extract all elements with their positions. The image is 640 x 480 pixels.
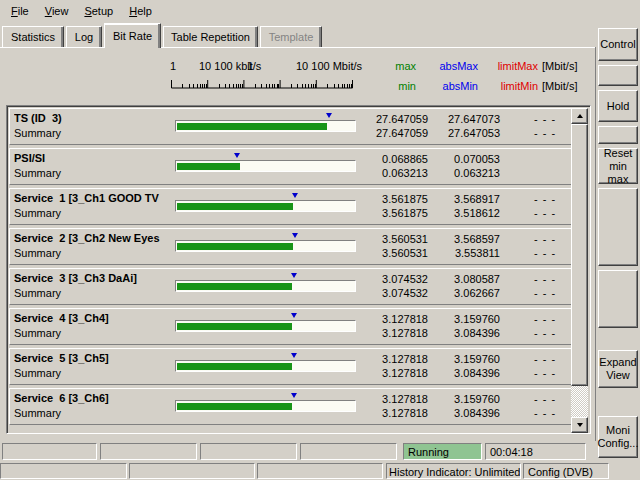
menu-view[interactable]: View <box>37 3 77 20</box>
table-row-ts[interactable]: TS (ID 3) Summary 27.647059 27.647073 - … <box>9 108 573 145</box>
col-header-absmax: absMax <box>410 60 478 73</box>
table-row-service6[interactable]: Service 6 [3_Ch6] Summary 3.127818 3.159… <box>9 388 573 425</box>
panel-right-edge <box>595 47 596 441</box>
value-limitmax: - - - <box>510 273 580 286</box>
hold-button[interactable]: Hold <box>598 90 638 122</box>
menu-setup[interactable]: Setup <box>76 3 121 20</box>
value-absmax: 3.568917 <box>422 193 500 206</box>
blank-button-3 <box>598 188 638 266</box>
value-max: 3.561875 <box>350 193 428 206</box>
row-label: Service 2 [3_Ch2 New Eyes <box>14 232 173 244</box>
value-max: 3.127818 <box>350 393 428 406</box>
max-marker-icon <box>326 113 332 118</box>
elapsed-time: 00:04:18 <box>485 443 586 460</box>
col-header-limitmax: limitMax <box>470 60 538 73</box>
value-min: 3.561875 <box>350 207 428 220</box>
bitrate-bar <box>175 320 356 332</box>
table-row-service3[interactable]: Service 3 [3_Ch3 DaAi] Summary 3.074532 … <box>9 268 573 305</box>
bitrate-bar-fill <box>177 123 327 130</box>
row-sublabel: Summary <box>14 207 61 219</box>
status-cell-empty-2 <box>100 443 197 460</box>
row-label: Service 6 [3_Ch6] <box>14 392 173 404</box>
scroll-up-button[interactable] <box>571 108 588 124</box>
max-marker-icon <box>291 393 297 398</box>
scroll-down-button[interactable] <box>571 417 588 433</box>
bitrate-bar-fill <box>177 163 240 170</box>
value-max: 27.647059 <box>350 113 428 126</box>
scroll-thumb[interactable] <box>571 124 588 386</box>
max-marker-icon <box>234 153 240 158</box>
value-limitmin: - - - <box>510 207 580 220</box>
tab-strip: Statistics Log Bit Rate Table Repetition… <box>0 23 596 48</box>
control-button[interactable]: Control <box>598 28 638 61</box>
arrow-up-icon <box>577 114 583 118</box>
row-sublabel: Summary <box>14 127 61 139</box>
value-absmax: 27.647073 <box>422 113 500 126</box>
tab-bit-rate[interactable]: Bit Rate <box>104 23 161 48</box>
tab-statistics[interactable]: Statistics <box>2 26 64 47</box>
value-limitmin: - - - <box>510 407 580 420</box>
value-min: 3.127818 <box>350 327 428 340</box>
menu-help[interactable]: Help <box>121 3 160 20</box>
value-limitmin: - - - <box>510 247 580 260</box>
value-limitmin: - - - <box>510 127 580 140</box>
value-absmax: 3.159760 <box>422 393 500 406</box>
bitrate-bar <box>175 160 356 172</box>
statusbar-cell-empty-3 <box>257 463 383 479</box>
value-limitmax: - - - <box>510 393 580 406</box>
row-sublabel: Summary <box>14 367 61 379</box>
col-header-min: min <box>340 80 416 93</box>
value-limitmin: - - - <box>510 287 580 300</box>
tab-log[interactable]: Log <box>66 26 102 47</box>
value-absmin: 3.084396 <box>422 367 500 380</box>
moni-config-button[interactable]: Moni Config... <box>598 416 638 458</box>
row-sublabel: Summary <box>14 407 61 419</box>
statusbar-cell-empty-2 <box>129 463 255 479</box>
value-limitmin: - - - <box>510 367 580 380</box>
bitrate-bar <box>175 200 356 212</box>
bitrate-list: TS (ID 3) Summary 27.647059 27.647073 - … <box>6 105 591 434</box>
col-header-unit-max: [Mbit/s] <box>542 60 590 73</box>
tab-table-repetition[interactable]: Table Repetition <box>163 26 258 47</box>
value-absmax: 3.159760 <box>422 313 500 326</box>
max-marker-icon <box>292 193 298 198</box>
value-min: 3.127818 <box>350 367 428 380</box>
bitrate-bar <box>175 360 356 372</box>
row-label: Service 1 [3_Ch1 GOOD TV <box>14 192 173 204</box>
bitrate-rows: TS (ID 3) Summary 27.647059 27.647073 - … <box>9 108 573 428</box>
vertical-scrollbar[interactable] <box>571 108 588 433</box>
bitrate-bar <box>175 280 356 292</box>
value-absmin: 3.084396 <box>422 327 500 340</box>
value-min: 3.127818 <box>350 407 428 420</box>
max-marker-icon <box>291 313 297 318</box>
table-row-service1[interactable]: Service 1 [3_Ch1 GOOD TV Summary 3.56187… <box>9 188 573 225</box>
menu-file[interactable]: File <box>3 3 37 20</box>
col-header-unit-min: [Mbit/s] <box>542 80 590 93</box>
row-label: Service 4 [3_Ch4] <box>14 312 173 324</box>
tab-template: Template <box>260 26 322 47</box>
value-absmin: 3.518612 <box>422 207 500 220</box>
reset-min-max-button[interactable]: Reset min max <box>598 148 638 184</box>
value-min: 27.647059 <box>350 127 428 140</box>
value-limitmax: - - - <box>510 113 580 126</box>
value-absmax: 3.080587 <box>422 273 500 286</box>
value-max: 3.127818 <box>350 353 428 366</box>
row-sublabel: Summary <box>14 327 61 339</box>
bitrate-bar <box>175 400 356 412</box>
row-sublabel: Summary <box>14 167 61 179</box>
value-absmax: 3.159760 <box>422 353 500 366</box>
table-row-service2[interactable]: Service 2 [3_Ch2 New Eyes Summary 3.5605… <box>9 228 573 265</box>
table-row-service4[interactable]: Service 4 [3_Ch4] Summary 3.127818 3.159… <box>9 308 573 345</box>
table-row-service5[interactable]: Service 5 [3_Ch5] Summary 3.127818 3.159… <box>9 348 573 385</box>
row-sublabel: Summary <box>14 287 61 299</box>
bitrate-bar-fill <box>177 403 292 410</box>
expand-view-button[interactable]: Expand View <box>598 350 638 388</box>
config-indicator: Config (DVB) <box>523 463 609 479</box>
value-absmin: 3.062667 <box>422 287 500 300</box>
value-max: 0.068865 <box>350 153 428 166</box>
blank-button-4 <box>598 270 638 328</box>
value-limitmax: - - - <box>510 313 580 326</box>
value-min: 3.074532 <box>350 287 428 300</box>
table-row-psisi[interactable]: PSI/SI Summary 0.068865 0.070053 0.06321… <box>9 148 573 185</box>
value-limitmax: - - - <box>510 233 580 246</box>
